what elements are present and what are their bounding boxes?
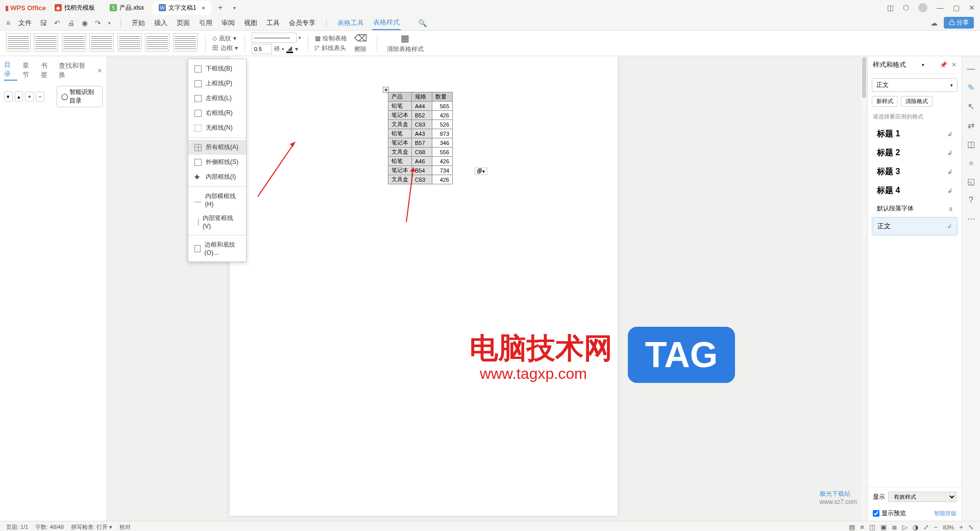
- preview-checkbox[interactable]: [873, 510, 879, 517]
- table-style-gallery[interactable]: [6, 33, 199, 54]
- minimize-button[interactable]: —: [937, 4, 944, 12]
- play-icon[interactable]: ▷: [902, 523, 908, 531]
- table-preset-7[interactable]: [173, 33, 198, 52]
- border-all-item[interactable]: 所有框线(A): [188, 140, 246, 155]
- menu-member[interactable]: 会员专享: [288, 16, 316, 30]
- cursor-icon[interactable]: ↖: [968, 102, 974, 111]
- table-row[interactable]: 笔记本B57346: [388, 138, 453, 148]
- dropdown-icon[interactable]: ▾: [108, 20, 111, 26]
- style-heading-4[interactable]: 标题 4↲: [872, 181, 958, 200]
- erase-button[interactable]: ⌫ 擦除: [351, 32, 370, 55]
- tab-template[interactable]: ◆ 找稻壳模板: [48, 1, 101, 15]
- tab-dropdown[interactable]: ▾: [229, 5, 240, 11]
- help-icon[interactable]: ?: [969, 196, 973, 205]
- smart-layout-link[interactable]: 智能排版: [934, 510, 957, 517]
- border-left-item[interactable]: 左框线(L): [188, 91, 246, 106]
- close-button[interactable]: ✕: [969, 4, 975, 12]
- ruler-icon[interactable]: ⟐: [969, 158, 974, 167]
- current-style-select[interactable]: 正文▾: [872, 78, 958, 92]
- border-right-item[interactable]: 右框线(R): [188, 106, 246, 120]
- zoom-level[interactable]: 83%: [943, 524, 954, 530]
- menu-insert[interactable]: 插入: [153, 16, 168, 30]
- style-heading-1[interactable]: 标题 1↲: [872, 125, 958, 143]
- table-row[interactable]: 文具盒C63526: [388, 120, 453, 129]
- style-default-font[interactable]: 默认段落字体a: [872, 200, 958, 217]
- table-preset-3[interactable]: [62, 33, 86, 52]
- menu-view[interactable]: 视图: [243, 16, 258, 30]
- cube-icon[interactable]: ⬡: [903, 4, 909, 12]
- pen-icon[interactable]: ✎: [968, 83, 974, 92]
- scrollbar-thumb[interactable]: [862, 57, 866, 98]
- table-row[interactable]: 笔记本B54734: [388, 166, 453, 175]
- stack-icon[interactable]: ◫: [967, 139, 975, 149]
- line-color-button[interactable]: ◢: [286, 44, 293, 53]
- table-row[interactable]: 铅笔A44565: [388, 102, 453, 111]
- word-count[interactable]: 字数: 48/48: [35, 523, 64, 531]
- menu-table-tools[interactable]: 表格工具: [336, 16, 365, 30]
- more-icon[interactable]: ⋯: [967, 214, 975, 224]
- document-table[interactable]: 产品规格数量 铅笔A44565 笔记本B52426 文具盒C63526 铅笔A4…: [388, 92, 453, 184]
- search-icon[interactable]: 🔍: [418, 19, 427, 27]
- remove-button[interactable]: −: [36, 91, 44, 102]
- proof-status[interactable]: 校对: [119, 523, 131, 531]
- close-right-panel-icon[interactable]: ✕: [951, 61, 957, 68]
- print-icon[interactable]: 🖨: [67, 19, 75, 27]
- display-select[interactable]: 有效样式: [888, 492, 957, 502]
- left-tab-chapter[interactable]: 章节: [22, 61, 36, 80]
- zoom-in-button[interactable]: +: [959, 523, 963, 531]
- border-inner-v-item[interactable]: 内部竖框线(V): [188, 211, 246, 233]
- avatar-icon[interactable]: [918, 3, 927, 12]
- new-style-button[interactable]: 新样式: [872, 96, 898, 107]
- view-web-icon[interactable]: ◫: [869, 523, 875, 531]
- shading-button[interactable]: ◇ 底纹 ▾: [212, 34, 238, 43]
- table-preset-1[interactable]: [6, 33, 31, 52]
- view-reading-icon[interactable]: ▣: [880, 523, 887, 531]
- smart-toc-button[interactable]: ◯ 智能识别目录: [57, 86, 103, 107]
- fullscreen-icon[interactable]: ⤡: [968, 523, 974, 531]
- comment-icon[interactable]: ◑: [913, 523, 918, 531]
- cloud-icon[interactable]: ☁: [930, 19, 938, 27]
- style-heading-2[interactable]: 标题 2↲: [872, 143, 958, 162]
- table-options-button[interactable]: 🗐▾: [475, 167, 487, 175]
- redo-icon[interactable]: ↷: [95, 19, 101, 27]
- border-outer-item[interactable]: 外侧框线(S): [188, 155, 246, 170]
- tab-spreadsheet[interactable]: S 产品.xlsx: [104, 1, 150, 15]
- panel-icon[interactable]: ◫: [887, 4, 894, 12]
- left-tab-bookmark[interactable]: 书签: [41, 61, 54, 80]
- view-mode-icon[interactable]: ≣: [892, 523, 897, 531]
- collapse-button[interactable]: ▾: [4, 91, 13, 102]
- split-icon[interactable]: ◱: [967, 177, 975, 186]
- view-page-icon[interactable]: ▤: [849, 523, 855, 531]
- page-status[interactable]: 页面: 1/1: [6, 523, 28, 531]
- menu-reference[interactable]: 引用: [198, 16, 213, 30]
- left-tab-toc[interactable]: 目录: [4, 60, 17, 81]
- hamburger-icon[interactable]: ≡: [6, 19, 10, 27]
- menu-tools[interactable]: 工具: [265, 16, 281, 30]
- style-body[interactable]: 正文↲: [872, 217, 958, 235]
- vertical-scrollbar[interactable]: [861, 56, 867, 521]
- draw-table-button[interactable]: ▦ 绘制表格: [315, 34, 347, 43]
- table-row[interactable]: 铅笔A43873: [388, 129, 453, 138]
- menu-table-style[interactable]: 表格样式: [372, 16, 401, 30]
- undo-icon[interactable]: ↶: [54, 19, 60, 27]
- border-inner-item[interactable]: ✚内部框线(I): [188, 170, 246, 184]
- table-preset-2[interactable]: [34, 33, 58, 52]
- table-row[interactable]: 文具盒C68556: [388, 148, 453, 157]
- border-bottom-item[interactable]: 下框线(B): [188, 61, 246, 76]
- tab-document[interactable]: W 文字文稿1 ●: [153, 1, 211, 15]
- table-preset-4[interactable]: [89, 33, 114, 52]
- border-button[interactable]: 田 边框 ▾: [212, 44, 238, 53]
- share-button[interactable]: 凸 分享: [944, 17, 974, 29]
- table-row[interactable]: 文具盒C63426: [388, 175, 453, 184]
- close-panel-icon[interactable]: ✕: [97, 67, 103, 75]
- fit-icon[interactable]: ⤢: [923, 523, 929, 531]
- style-heading-3[interactable]: 标题 3↲: [872, 162, 958, 181]
- border-top-item[interactable]: 上框线(P): [188, 76, 246, 91]
- add-button[interactable]: +: [25, 91, 34, 102]
- clear-style-button[interactable]: ▦ 清除表格样式: [384, 32, 427, 55]
- move-up-button[interactable]: ▴: [15, 91, 23, 102]
- save-icon[interactable]: 🖫: [40, 19, 47, 27]
- menu-start[interactable]: 开始: [131, 16, 146, 30]
- settings-icon[interactable]: ⇄: [968, 120, 974, 130]
- menu-review[interactable]: 审阅: [220, 16, 236, 30]
